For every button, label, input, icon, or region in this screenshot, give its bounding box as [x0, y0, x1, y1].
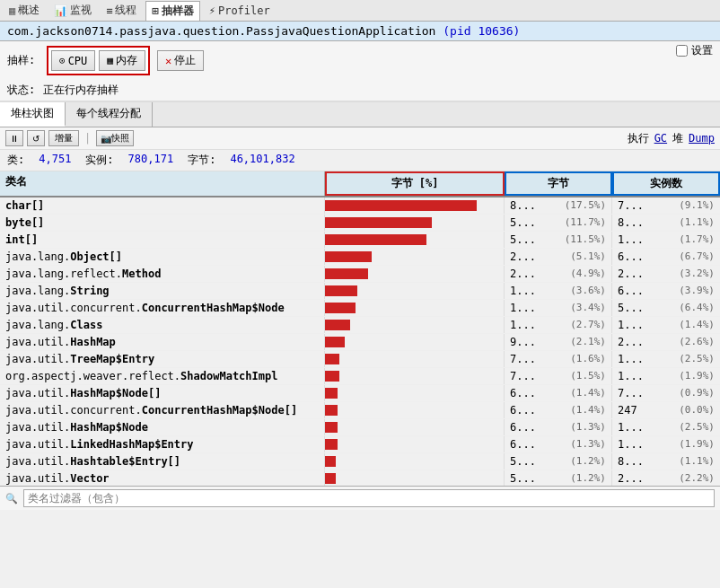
- thread-icon: ≡: [106, 4, 112, 17]
- td-instances: 1...(2.5%): [612, 419, 720, 435]
- tab-profiler[interactable]: ⚡ Profiler: [204, 3, 276, 19]
- th-classname: 类名: [0, 171, 325, 196]
- td-classname: java.lang.reflect.Method: [0, 266, 325, 282]
- increment-button[interactable]: 增量: [48, 130, 79, 146]
- filter-input[interactable]: [23, 489, 715, 507]
- tab-profiler-label: Profiler: [218, 4, 270, 17]
- td-bar: [325, 283, 505, 299]
- instance-value: 780,171: [128, 153, 174, 168]
- increment-label: 增量: [55, 132, 73, 145]
- execute-label: 执行: [628, 131, 649, 146]
- th-bytes: 字节: [505, 171, 612, 196]
- td-bar: [325, 385, 505, 401]
- td-instances: 1...(1.4%): [612, 317, 720, 333]
- td-instances: 247(0.0%): [612, 402, 720, 418]
- td-bytes: 6...(1.3%): [505, 419, 612, 435]
- table-row[interactable]: java.util.HashMap9...(2.1%)2...(2.6%): [0, 334, 720, 351]
- table-row[interactable]: java.util.concurrent.ConcurrentHashMap$N…: [0, 300, 720, 317]
- table-body: char[]8...(17.5%)7...(9.1%)byte[]5...(11…: [0, 197, 720, 486]
- refresh-button[interactable]: ↺: [27, 130, 45, 146]
- overview-icon: [9, 4, 15, 17]
- table-row[interactable]: char[]8...(17.5%)7...(9.1%): [0, 197, 720, 215]
- table-row[interactable]: java.lang.String1...(3.6%)6...(3.9%): [0, 283, 720, 300]
- app-title: com.jackson0714.passjava.question.Passja…: [7, 24, 435, 38]
- pause-button[interactable]: ⏸: [5, 130, 23, 146]
- table-row[interactable]: org.aspectj.weaver.reflect.ShadowMatchIm…: [0, 368, 720, 385]
- th-instances: 实例数: [612, 171, 720, 196]
- td-instances: 7...(9.1%): [612, 197, 720, 214]
- snapshot-button[interactable]: 📷 快照: [96, 130, 134, 146]
- td-bar: [325, 215, 505, 231]
- subtab-thread-alloc-label: 每个线程分配: [76, 107, 141, 119]
- table-row[interactable]: java.util.HashMap$Node[]6...(1.4%)7...(0…: [0, 385, 720, 402]
- td-bar: [325, 470, 505, 486]
- camera-icon: 📷: [101, 134, 111, 144]
- td-bar: [325, 300, 505, 316]
- action-right: 执行 GC 堆 Dump: [628, 131, 715, 146]
- table-row[interactable]: java.util.concurrent.ConcurrentHashMap$N…: [0, 402, 720, 419]
- bytes-label: 字节:: [188, 153, 215, 168]
- class-value: 4,751: [39, 153, 71, 168]
- table-row[interactable]: java.lang.Class1...(2.7%)1...(1.4%): [0, 317, 720, 334]
- table-row[interactable]: java.lang.Object[]2...(5.1%)6...(6.7%): [0, 249, 720, 266]
- td-bytes: 9...(2.1%): [505, 334, 612, 350]
- cpu-icon: ⊙: [59, 55, 66, 66]
- subtab-bar: 堆柱状图 每个线程分配: [0, 102, 720, 127]
- stop-btn-label: 停止: [174, 53, 196, 68]
- heap-label: 堆: [672, 131, 683, 146]
- tab-monitor[interactable]: 📊 监视: [48, 1, 97, 20]
- table-row[interactable]: byte[]5...(11.7%)8...(1.1%): [0, 215, 720, 232]
- td-instances: 6...(3.9%): [612, 283, 720, 299]
- td-bar: [325, 249, 505, 265]
- table-row[interactable]: java.util.Vector5...(1.2%)2...(2.2%): [0, 470, 720, 486]
- stop-button[interactable]: ✕ 停止: [157, 50, 204, 71]
- filter-bar: 🔍: [0, 486, 720, 510]
- td-classname: java.util.Vector: [0, 470, 325, 486]
- td-instances: 8...(1.1%): [612, 453, 720, 470]
- table-row[interactable]: java.util.LinkedHashMap$Entry6...(1.3%)1…: [0, 436, 720, 453]
- table-row[interactable]: java.util.Hashtable$Entry[]5...(1.2%)8..…: [0, 453, 720, 470]
- tab-overview-label: 概述: [18, 3, 40, 18]
- tab-sampler[interactable]: ⊞ 抽样器: [145, 1, 199, 21]
- memory-icon: ▦: [107, 55, 113, 66]
- td-bytes: 5...(1.2%): [505, 470, 612, 486]
- td-bytes: 7...(1.5%): [505, 368, 612, 384]
- tab-overview[interactable]: 概述: [4, 1, 45, 20]
- td-instances: 2...(2.2%): [612, 470, 720, 486]
- td-bytes: 2...(5.1%): [505, 249, 612, 265]
- cpu-button[interactable]: ⊙ CPU: [51, 50, 95, 71]
- td-bytes: 1...(3.4%): [505, 300, 612, 316]
- dump-label[interactable]: Dump: [689, 132, 715, 145]
- top-toolbar: 概述 📊 监视 ≡ 线程 ⊞ 抽样器 ⚡ Profiler: [0, 0, 720, 22]
- class-label: 类:: [7, 153, 24, 168]
- td-instances: 1...(1.7%): [612, 232, 720, 248]
- td-bar: [325, 351, 505, 367]
- table-row[interactable]: java.util.HashMap$Node6...(1.3%)1...(2.5…: [0, 419, 720, 436]
- td-bytes: 6...(1.4%): [505, 402, 612, 418]
- memory-button[interactable]: ▦ 内存: [99, 50, 145, 71]
- sampler-btn-group: ⊙ CPU ▦ 内存: [47, 46, 150, 75]
- td-bytes: 5...(1.2%): [505, 453, 612, 470]
- td-bar: [325, 453, 505, 470]
- td-bar: [325, 197, 505, 214]
- td-instances: 1...(2.5%): [612, 351, 720, 367]
- td-bytes: 5...(11.5%): [505, 232, 612, 248]
- subtab-thread-alloc[interactable]: 每个线程分配: [66, 102, 153, 127]
- td-classname: java.lang.Class: [0, 317, 325, 333]
- table-row[interactable]: java.lang.reflect.Method2...(4.9%)2...(3…: [0, 266, 720, 283]
- subtab-heap[interactable]: 堆柱状图: [0, 102, 66, 127]
- settings-checkbox[interactable]: [676, 45, 688, 57]
- td-instances: 2...(2.6%): [612, 334, 720, 350]
- td-bar: [325, 436, 505, 452]
- table-row[interactable]: int[]5...(11.5%)1...(1.7%): [0, 232, 720, 249]
- td-classname: java.lang.Object[]: [0, 249, 325, 265]
- td-bytes: 2...(4.9%): [505, 266, 612, 282]
- app-pid: (pid 10636): [443, 24, 520, 38]
- td-instances: 1...(1.9%): [612, 368, 720, 384]
- action-left: ⏸ ↺ 增量 | 📷 快照: [5, 130, 134, 146]
- status-label: 状态:: [7, 83, 40, 98]
- tab-thread[interactable]: ≡ 线程: [101, 1, 142, 20]
- bytes-value: 46,101,832: [230, 153, 294, 168]
- table-row[interactable]: java.util.TreeMap$Entry7...(1.6%)1...(2.…: [0, 351, 720, 368]
- gc-label[interactable]: GC: [654, 132, 667, 145]
